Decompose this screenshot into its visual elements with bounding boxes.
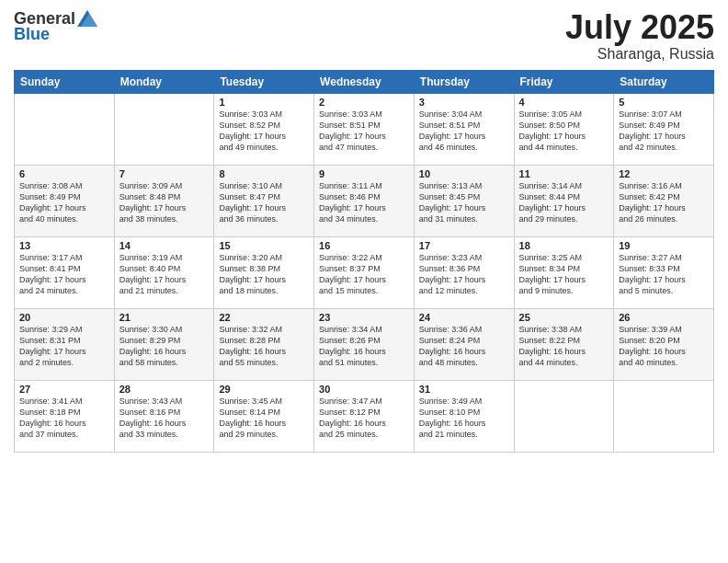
week-row-3: 20Sunrise: 3:29 AM Sunset: 8:31 PM Dayli… <box>15 308 714 380</box>
day-number: 7 <box>119 168 210 179</box>
day-number: 23 <box>319 312 409 323</box>
day-number: 9 <box>319 168 409 179</box>
day-number: 12 <box>619 168 709 179</box>
week-row-0: 1Sunrise: 3:03 AM Sunset: 8:52 PM Daylig… <box>15 93 714 165</box>
calendar-cell: 31Sunrise: 3:49 AM Sunset: 8:10 PM Dayli… <box>414 380 514 452</box>
day-number: 13 <box>19 240 109 251</box>
day-number: 3 <box>419 97 509 108</box>
calendar-cell <box>15 93 115 165</box>
day-number: 27 <box>19 384 109 395</box>
calendar-cell: 21Sunrise: 3:30 AM Sunset: 8:29 PM Dayli… <box>114 308 214 380</box>
calendar-cell: 25Sunrise: 3:38 AM Sunset: 8:22 PM Dayli… <box>514 308 614 380</box>
day-info: Sunrise: 3:05 AM Sunset: 8:50 PM Dayligh… <box>519 109 609 154</box>
calendar-cell: 17Sunrise: 3:23 AM Sunset: 8:36 PM Dayli… <box>414 236 514 308</box>
calendar-cell: 3Sunrise: 3:04 AM Sunset: 8:51 PM Daylig… <box>414 93 514 165</box>
day-info: Sunrise: 3:45 AM Sunset: 8:14 PM Dayligh… <box>219 396 309 441</box>
day-info: Sunrise: 3:49 AM Sunset: 8:10 PM Dayligh… <box>419 396 509 441</box>
logo-icon <box>77 10 97 27</box>
day-info: Sunrise: 3:09 AM Sunset: 8:48 PM Dayligh… <box>119 180 210 225</box>
day-number: 2 <box>319 97 409 108</box>
day-info: Sunrise: 3:08 AM Sunset: 8:49 PM Dayligh… <box>19 180 109 225</box>
day-info: Sunrise: 3:13 AM Sunset: 8:45 PM Dayligh… <box>419 180 509 225</box>
calendar-cell: 23Sunrise: 3:34 AM Sunset: 8:26 PM Dayli… <box>314 308 415 380</box>
day-info: Sunrise: 3:22 AM Sunset: 8:37 PM Dayligh… <box>319 252 409 297</box>
day-number: 5 <box>619 97 709 108</box>
day-info: Sunrise: 3:39 AM Sunset: 8:20 PM Dayligh… <box>619 324 709 369</box>
calendar-cell: 8Sunrise: 3:10 AM Sunset: 8:47 PM Daylig… <box>214 165 314 236</box>
calendar-cell: 4Sunrise: 3:05 AM Sunset: 8:50 PM Daylig… <box>514 93 614 165</box>
calendar-cell: 20Sunrise: 3:29 AM Sunset: 8:31 PM Dayli… <box>15 308 115 380</box>
calendar: Sunday Monday Tuesday Wednesday Thursday… <box>14 70 714 453</box>
calendar-cell: 14Sunrise: 3:19 AM Sunset: 8:40 PM Dayli… <box>114 236 214 308</box>
day-number: 10 <box>419 168 509 179</box>
day-number: 31 <box>419 384 509 395</box>
day-number: 4 <box>519 97 609 108</box>
calendar-cell: 12Sunrise: 3:16 AM Sunset: 8:42 PM Dayli… <box>614 165 714 236</box>
col-saturday: Saturday <box>614 70 714 93</box>
calendar-cell: 30Sunrise: 3:47 AM Sunset: 8:12 PM Dayli… <box>314 380 415 452</box>
calendar-cell: 13Sunrise: 3:17 AM Sunset: 8:41 PM Dayli… <box>15 236 115 308</box>
day-number: 15 <box>219 240 309 251</box>
day-number: 21 <box>119 312 210 323</box>
calendar-cell <box>114 93 214 165</box>
day-number: 25 <box>519 312 609 323</box>
col-monday: Monday <box>114 70 214 93</box>
logo-blue: Blue <box>14 25 50 44</box>
week-row-2: 13Sunrise: 3:17 AM Sunset: 8:41 PM Dayli… <box>15 236 714 308</box>
col-friday: Friday <box>514 70 614 93</box>
day-number: 6 <box>19 168 109 179</box>
day-info: Sunrise: 3:43 AM Sunset: 8:16 PM Dayligh… <box>119 396 210 441</box>
day-info: Sunrise: 3:34 AM Sunset: 8:26 PM Dayligh… <box>319 324 409 369</box>
day-info: Sunrise: 3:03 AM Sunset: 8:51 PM Dayligh… <box>319 109 409 154</box>
day-info: Sunrise: 3:14 AM Sunset: 8:44 PM Dayligh… <box>519 180 609 225</box>
col-sunday: Sunday <box>15 70 115 93</box>
calendar-cell <box>614 380 714 452</box>
day-info: Sunrise: 3:38 AM Sunset: 8:22 PM Dayligh… <box>519 324 609 369</box>
day-info: Sunrise: 3:17 AM Sunset: 8:41 PM Dayligh… <box>19 252 109 297</box>
day-number: 20 <box>19 312 109 323</box>
calendar-cell: 11Sunrise: 3:14 AM Sunset: 8:44 PM Dayli… <box>514 165 614 236</box>
col-thursday: Thursday <box>414 70 514 93</box>
day-info: Sunrise: 3:25 AM Sunset: 8:34 PM Dayligh… <box>519 252 609 297</box>
calendar-cell: 29Sunrise: 3:45 AM Sunset: 8:14 PM Dayli… <box>214 380 314 452</box>
week-row-4: 27Sunrise: 3:41 AM Sunset: 8:18 PM Dayli… <box>15 380 714 452</box>
day-number: 8 <box>219 168 309 179</box>
day-info: Sunrise: 3:07 AM Sunset: 8:49 PM Dayligh… <box>619 109 709 154</box>
calendar-cell: 10Sunrise: 3:13 AM Sunset: 8:45 PM Dayli… <box>414 165 514 236</box>
day-number: 24 <box>419 312 509 323</box>
month-title: July 2025 <box>565 9 714 46</box>
header: General Blue July 2025 Sharanga, Russia <box>14 9 714 63</box>
col-wednesday: Wednesday <box>314 70 415 93</box>
day-number: 29 <box>219 384 309 395</box>
day-number: 19 <box>619 240 709 251</box>
calendar-cell: 1Sunrise: 3:03 AM Sunset: 8:52 PM Daylig… <box>214 93 314 165</box>
calendar-cell: 9Sunrise: 3:11 AM Sunset: 8:46 PM Daylig… <box>314 165 415 236</box>
day-info: Sunrise: 3:23 AM Sunset: 8:36 PM Dayligh… <box>419 252 509 297</box>
day-number: 26 <box>619 312 709 323</box>
calendar-cell: 28Sunrise: 3:43 AM Sunset: 8:16 PM Dayli… <box>114 380 214 452</box>
day-number: 18 <box>519 240 609 251</box>
col-tuesday: Tuesday <box>214 70 314 93</box>
calendar-cell: 5Sunrise: 3:07 AM Sunset: 8:49 PM Daylig… <box>614 93 714 165</box>
day-info: Sunrise: 3:41 AM Sunset: 8:18 PM Dayligh… <box>19 396 109 441</box>
day-info: Sunrise: 3:47 AM Sunset: 8:12 PM Dayligh… <box>319 396 409 441</box>
calendar-cell: 15Sunrise: 3:20 AM Sunset: 8:38 PM Dayli… <box>214 236 314 308</box>
calendar-cell: 18Sunrise: 3:25 AM Sunset: 8:34 PM Dayli… <box>514 236 614 308</box>
calendar-cell: 2Sunrise: 3:03 AM Sunset: 8:51 PM Daylig… <box>314 93 415 165</box>
day-number: 28 <box>119 384 210 395</box>
calendar-cell: 16Sunrise: 3:22 AM Sunset: 8:37 PM Dayli… <box>314 236 415 308</box>
week-row-1: 6Sunrise: 3:08 AM Sunset: 8:49 PM Daylig… <box>15 165 714 236</box>
day-info: Sunrise: 3:30 AM Sunset: 8:29 PM Dayligh… <box>119 324 210 369</box>
calendar-cell: 6Sunrise: 3:08 AM Sunset: 8:49 PM Daylig… <box>15 165 115 236</box>
day-number: 16 <box>319 240 409 251</box>
calendar-cell: 24Sunrise: 3:36 AM Sunset: 8:24 PM Dayli… <box>414 308 514 380</box>
logo: General Blue <box>14 9 97 44</box>
day-info: Sunrise: 3:04 AM Sunset: 8:51 PM Dayligh… <box>419 109 509 154</box>
header-row: Sunday Monday Tuesday Wednesday Thursday… <box>15 70 714 93</box>
day-number: 14 <box>119 240 210 251</box>
calendar-cell: 7Sunrise: 3:09 AM Sunset: 8:48 PM Daylig… <box>114 165 214 236</box>
day-info: Sunrise: 3:27 AM Sunset: 8:33 PM Dayligh… <box>619 252 709 297</box>
calendar-cell: 26Sunrise: 3:39 AM Sunset: 8:20 PM Dayli… <box>614 308 714 380</box>
calendar-cell: 27Sunrise: 3:41 AM Sunset: 8:18 PM Dayli… <box>15 380 115 452</box>
day-info: Sunrise: 3:16 AM Sunset: 8:42 PM Dayligh… <box>619 180 709 225</box>
